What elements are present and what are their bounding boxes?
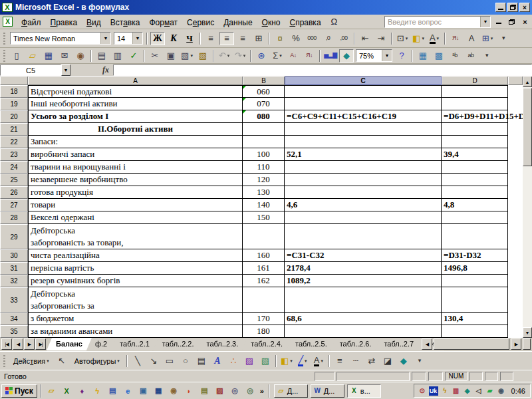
cell-a23[interactable]: виробничі запаси: [28, 148, 243, 161]
font-color-button[interactable]: А▾: [311, 354, 326, 368]
workbook-restore-button[interactable]: [506, 17, 517, 27]
cell-c30[interactable]: =C31-C32: [285, 249, 442, 262]
book-icon[interactable]: ▥: [452, 386, 461, 396]
cell-b31[interactable]: 161: [243, 262, 285, 275]
align-center-button[interactable]: ≡: [219, 32, 234, 45]
sheet-tab-4[interactable]: табл..2.2.: [153, 338, 203, 350]
row-header-23[interactable]: 23: [0, 148, 28, 161]
threed-button[interactable]: ◆: [396, 354, 411, 368]
tab-scroll-prev-button[interactable]: ◀: [13, 338, 23, 350]
sheet-tab-1[interactable]: Баланс: [47, 338, 92, 350]
key-icon[interactable]: ♦: [76, 385, 88, 396]
sheet-tab-6[interactable]: табл..2.4.: [241, 338, 292, 350]
percent-style-button[interactable]: %: [289, 32, 303, 45]
select-pointer-button[interactable]: ↖: [55, 354, 69, 368]
cell-c27[interactable]: 4,6: [285, 199, 442, 211]
menu-data[interactable]: Данные: [219, 17, 257, 29]
menu-help[interactable]: Справка: [285, 17, 325, 29]
oval-button[interactable]: ○: [178, 354, 193, 368]
cell-b23[interactable]: 100: [243, 148, 285, 161]
row-header-22[interactable]: 22: [0, 136, 28, 148]
dash-style-button[interactable]: ┄: [348, 354, 363, 368]
more-toolbar-chevron[interactable]: »: [260, 387, 264, 395]
redo-button-dropdown-icon[interactable]: ▾: [243, 53, 246, 59]
internet-explorer-icon[interactable]: e: [122, 385, 134, 396]
vertical-scrollbar[interactable]: ▲▼: [523, 76, 532, 338]
sort-ascending-button[interactable]: А↓: [286, 49, 301, 63]
power-icon[interactable]: ϟ: [440, 386, 450, 396]
sheet-tab-9[interactable]: табл..2.7: [374, 338, 423, 350]
row-header-35[interactable]: 35: [0, 325, 28, 338]
display-icon[interactable]: ◈: [463, 386, 472, 396]
increase-decimal-button[interactable]: ,0: [321, 32, 335, 45]
cell-c19[interactable]: [285, 98, 442, 110]
network-icon[interactable]: ▣: [138, 385, 149, 396]
currency-style-button[interactable]: ¤: [273, 32, 287, 45]
line-color-button[interactable]: ╱▾: [295, 354, 310, 368]
cells-button-dropdown-icon[interactable]: ▾: [491, 36, 493, 41]
cell-d19[interactable]: [442, 98, 508, 110]
cell-d22[interactable]: [442, 136, 508, 148]
sort-descending-button[interactable]: Я↓: [302, 49, 317, 63]
cell-c21[interactable]: [285, 123, 442, 136]
row-header-30[interactable]: 30: [0, 249, 28, 262]
cell-a25[interactable]: незавершене виробництво: [28, 174, 243, 186]
text-box-button[interactable]: ▤: [194, 354, 209, 368]
calculator-icon[interactable]: ▦: [153, 385, 164, 396]
cell-d18[interactable]: [442, 85, 508, 98]
arrow-button[interactable]: ↘: [146, 354, 161, 368]
increase-indent-button[interactable]: ⇥: [374, 32, 388, 45]
menu-file[interactable]: Файл: [17, 17, 46, 29]
menu-window[interactable]: Окно: [257, 17, 285, 29]
autosum-button[interactable]: Σ▾: [270, 49, 285, 63]
fill-color-button-dropdown-icon[interactable]: ▾: [290, 358, 293, 364]
picture-button[interactable]: ▧: [258, 354, 273, 368]
cell-b27[interactable]: 140: [243, 199, 285, 211]
workbook-icon[interactable]: X: [3, 17, 13, 27]
font-color-button-dropdown-icon[interactable]: ▾: [321, 358, 323, 364]
align-right-button[interactable]: ≡: [235, 32, 250, 45]
cell-c29[interactable]: [285, 224, 442, 249]
cell-d30[interactable]: =D31-D32: [442, 249, 508, 262]
row-header-29[interactable]: 29: [0, 224, 28, 249]
sheet-tab-8[interactable]: табл..2.6.: [331, 338, 381, 350]
diagram-button[interactable]: ∴: [226, 354, 241, 368]
cell-a26[interactable]: готова продукція: [28, 186, 243, 199]
cell-c32[interactable]: 1089,2: [285, 275, 442, 287]
question-input[interactable]: Введите вопрос: [385, 18, 480, 26]
menu-format[interactable]: Формат: [144, 17, 182, 29]
line-button[interactable]: ╲: [130, 354, 145, 368]
sheet-tab-3[interactable]: табл..2.1: [110, 338, 159, 350]
scroll-up-icon[interactable]: ▲: [523, 76, 532, 87]
cell-d23[interactable]: 39,4: [442, 148, 508, 161]
custom-a-button[interactable]: ᵃb: [448, 49, 462, 63]
cell-d24[interactable]: [442, 161, 508, 174]
cell-b21[interactable]: [243, 123, 285, 136]
cell-b30[interactable]: 160: [243, 249, 285, 262]
column-header-c[interactable]: C: [285, 76, 442, 85]
question-dropdown-icon[interactable]: ▼: [480, 17, 490, 27]
cell-b25[interactable]: 120: [243, 174, 285, 186]
draw-actions-dropdown-icon[interactable]: ▾: [47, 358, 49, 364]
print-preview-button[interactable]: ▥: [110, 49, 125, 63]
cell-a34[interactable]: з бюджетом: [28, 313, 243, 325]
toolbar-grip[interactable]: [3, 355, 5, 367]
menu-tools[interactable]: Сервис: [182, 17, 219, 29]
cell-a30[interactable]: чиста реалізаційна: [28, 249, 243, 262]
menu-view[interactable]: Вид: [82, 17, 106, 29]
font-name-combo[interactable]: Times New Roman ▼: [10, 32, 111, 45]
align-left-button[interactable]: ≡: [203, 32, 218, 45]
copy-button[interactable]: ▣: [164, 49, 178, 63]
draw-actions-button[interactable]: Действия▾: [9, 354, 54, 368]
cell-c33[interactable]: [285, 287, 442, 313]
custom-ab-button[interactable]: ab: [464, 49, 478, 63]
print-button[interactable]: ▤: [94, 49, 109, 63]
cell-a32[interactable]: резерв сумнівних боргів: [28, 275, 243, 287]
start-button[interactable]: Пуск: [1, 384, 37, 398]
insert-function-icon[interactable]: fx: [102, 65, 109, 75]
cell-c28[interactable]: [285, 211, 442, 224]
search-button[interactable]: ◉: [73, 49, 88, 63]
documents-icon[interactable]: ▤: [107, 385, 118, 396]
cell-d34[interactable]: 130,4: [442, 313, 508, 325]
bold-button[interactable]: Ж: [150, 32, 165, 45]
